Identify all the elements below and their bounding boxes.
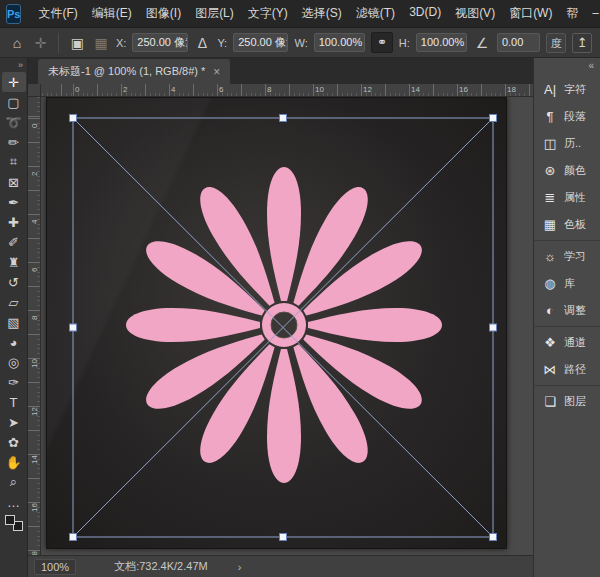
panel-tab-label: 通道 (564, 335, 586, 350)
lasso-tool-icon[interactable]: ➰ (2, 112, 26, 132)
flower-petal (126, 308, 260, 342)
panel-tab-properties[interactable]: ≣属性 (534, 184, 600, 211)
panel-tab-label: 图层 (564, 394, 586, 409)
menu-item-4[interactable]: 文字(Y) (241, 5, 295, 22)
divider (58, 33, 59, 53)
menu-item-7[interactable]: 3D(D) (402, 5, 448, 22)
width-input[interactable]: 100.00% (314, 33, 365, 52)
rotation-input[interactable]: 0.00 (497, 33, 541, 52)
link-dimensions-icon[interactable]: ⚭ (371, 32, 393, 53)
tool-bar: » ✛▢➰✏⌗⊠✒✚✐♜↺▱▧◕◎✑T➤✿✋⌕… (0, 58, 28, 577)
panel-collapse-icon[interactable]: « (588, 60, 600, 74)
toolbar-collapse-icon[interactable]: » (18, 60, 27, 72)
type-tool-icon[interactable]: T (2, 392, 26, 412)
document-tab-title: 未标题-1 @ 100% (1, RGB/8#) * (48, 64, 205, 79)
eyedropper-tool-icon[interactable]: ✒ (2, 192, 26, 212)
flower-shape[interactable] (124, 165, 444, 485)
ruler-number: 12 (363, 85, 372, 94)
panel-tab-history[interactable]: ◫历.. (534, 130, 600, 157)
eraser-tool-icon[interactable]: ▱ (2, 292, 26, 312)
panel-dock: « A|字符¶段落◫历..⊛颜色≣属性▦色板☼学习◍库◐调整❖通道⋈路径❏图层 (533, 58, 600, 577)
ruler-number: 2 (123, 85, 127, 94)
status-chevron-icon[interactable]: › (238, 561, 242, 573)
menu-item-9[interactable]: 窗口(W) (502, 5, 559, 22)
ruler-number: 8 (30, 316, 39, 320)
menu-item-3[interactable]: 图层(L) (188, 5, 241, 22)
panel-group: ❏图层 (534, 385, 600, 417)
document-tab-bar: 未标题-1 @ 100% (1, RGB/8#) * × (28, 58, 533, 84)
brush-tool-icon[interactable]: ✐ (2, 232, 26, 252)
flower-petal (267, 167, 301, 301)
move-tool-icon[interactable]: ✛ (2, 72, 26, 92)
panel-tab-label: 路径 (564, 362, 586, 377)
panel-group: ❖通道⋈路径 (534, 326, 600, 385)
paths-icon: ⋈ (542, 362, 558, 377)
options-bar: ⌂ ✛ ▣ ▦ X: 250.00 像素 Δ Y: 250.00 像素 W: 1… (0, 28, 600, 58)
path-select-tool-icon[interactable]: ➤ (2, 412, 26, 432)
panel-tab-layers[interactable]: ❏图层 (534, 388, 600, 415)
channels-icon: ❖ (542, 335, 558, 350)
pen-tool-icon[interactable]: ✑ (2, 372, 26, 392)
panel-tab-label: 色板 (564, 217, 586, 232)
degree-button[interactable]: 度 (546, 33, 566, 53)
panel-tab-character[interactable]: A|字符 (534, 76, 600, 103)
reference-point-icon[interactable]: ▣ (68, 35, 86, 51)
h-label: H: (399, 37, 410, 49)
zoom-level-field[interactable]: 100% (34, 559, 76, 575)
panel-tab-libraries[interactable]: ◍库 (534, 270, 600, 297)
zoom-tool-icon[interactable]: ⌕ (2, 472, 26, 492)
foreground-color-swatch[interactable] (5, 515, 15, 525)
healing-brush-tool-icon[interactable]: ✚ (2, 212, 26, 232)
edit-toolbar-icon[interactable]: … (2, 492, 26, 512)
panel-tab-learn[interactable]: ☼学习 (534, 243, 600, 270)
menu-item-10[interactable]: 帮 (559, 5, 585, 22)
tab-close-icon[interactable]: × (213, 65, 220, 79)
ruler-number: 8 (267, 85, 271, 94)
menu-item-1[interactable]: 编辑(E) (85, 5, 139, 22)
panel-tab-channels[interactable]: ❖通道 (534, 329, 600, 356)
menu-item-8[interactable]: 视图(V) (448, 5, 502, 22)
panel-tab-adjustments[interactable]: ◐调整 (534, 297, 600, 324)
ruler-number: 14 (411, 85, 420, 94)
ruler-number: 0 (75, 85, 79, 94)
ruler-number: 2 (30, 172, 39, 176)
home-icon[interactable]: ⌂ (8, 35, 26, 51)
panel-tab-paragraph[interactable]: ¶段落 (534, 103, 600, 130)
share-icon[interactable]: ↥ (572, 33, 592, 53)
menu-item-5[interactable]: 选择(S) (295, 5, 349, 22)
menu-item-2[interactable]: 图像(I) (139, 5, 188, 22)
blur-tool-icon[interactable]: ◕ (2, 332, 26, 352)
menu-item-6[interactable]: 滤镜(T) (349, 5, 402, 22)
y-input[interactable]: 250.00 像素 (233, 33, 288, 52)
y-label: Y: (217, 37, 227, 49)
panel-tab-label: 历.. (564, 136, 581, 151)
canvas-viewport[interactable] (41, 97, 533, 555)
crop-tool-icon[interactable]: ⌗ (2, 152, 26, 172)
panel-tab-paths[interactable]: ⋈路径 (534, 356, 600, 383)
properties-icon: ≣ (542, 190, 558, 205)
history-brush-tool-icon[interactable]: ↺ (2, 272, 26, 292)
gradient-tool-icon[interactable]: ▧ (2, 312, 26, 332)
delta-icon[interactable]: Δ (194, 35, 212, 51)
reference-toggle-icon: ▦ (92, 35, 110, 51)
minimize-button[interactable]: − (587, 6, 600, 21)
menu-item-0[interactable]: 文件(F) (31, 5, 84, 22)
canvas-document[interactable] (46, 97, 507, 549)
custom-shape-tool-icon[interactable]: ✿ (2, 432, 26, 452)
height-input[interactable]: 100.00% (416, 33, 467, 52)
panel-tab-color[interactable]: ⊛颜色 (534, 157, 600, 184)
clone-stamp-tool-icon[interactable]: ♜ (2, 252, 26, 272)
marquee-tool-icon[interactable]: ▢ (2, 92, 26, 112)
x-input[interactable]: 250.00 像素 (132, 33, 187, 52)
color-swatches[interactable] (5, 515, 23, 531)
document-tab[interactable]: 未标题-1 @ 100% (1, RGB/8#) * × (38, 59, 230, 84)
quick-selection-tool-icon[interactable]: ✏ (2, 132, 26, 152)
ruler-number: 14 (30, 455, 39, 464)
panel-tab-swatches[interactable]: ▦色板 (534, 211, 600, 238)
dodge-tool-icon[interactable]: ◎ (2, 352, 26, 372)
ruler-number: 18 (30, 551, 39, 555)
panel-tab-label: 学习 (564, 249, 586, 264)
frame-tool-icon[interactable]: ⊠ (2, 172, 26, 192)
panel-tab-label: 库 (564, 276, 575, 291)
hand-tool-icon[interactable]: ✋ (2, 452, 26, 472)
